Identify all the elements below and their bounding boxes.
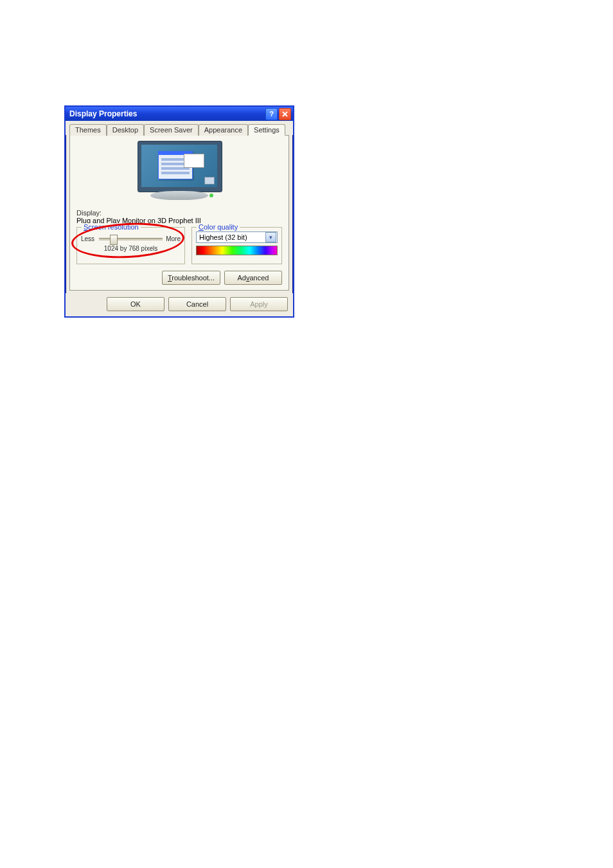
color-quality-legend: Color quality [197,223,240,231]
display-properties-dialog: Display Properties ? Themes Desktop Scre… [64,105,294,318]
tabs: Themes Desktop Screen Saver Appearance S… [66,121,293,135]
tab-themes[interactable]: Themes [69,124,107,136]
color-quality-value: Highest (32 bit) [199,233,265,241]
settings-panel: Display: Plug and Play Monitor on 3D Pro… [69,135,289,291]
slider-less-label: Less [81,235,96,242]
slider-thumb[interactable] [110,235,118,245]
tab-screensaver[interactable]: Screen Saver [144,124,199,136]
ok-button[interactable]: OK [107,297,164,311]
tab-settings[interactable]: Settings [248,124,285,136]
help-button[interactable]: ? [265,108,278,120]
resolution-value: 1024 by 768 pixels [81,245,181,252]
monitor-icon [131,141,227,205]
close-icon [282,111,288,117]
screen-resolution-legend: Screen resolution [82,223,141,231]
resolution-slider[interactable] [99,234,163,243]
titlebar-title: Display Properties [69,109,137,118]
slider-more-label: More [165,235,181,242]
close-button[interactable] [279,108,291,120]
chevron-down-icon: ▾ [265,232,276,242]
color-quality-group: Color quality Highest (32 bit) ▾ [191,227,282,264]
troubleshoot-button[interactable]: Troubleshoot... [162,271,220,285]
color-quality-select[interactable]: Highest (32 bit) ▾ [196,231,278,243]
tab-appearance[interactable]: Appearance [199,124,248,136]
cancel-button[interactable]: Cancel [168,297,226,311]
dialog-footer: OK Cancel Apply [66,293,293,316]
screen-resolution-group: Screen resolution Less More 1024 by 768 … [76,227,185,264]
monitor-preview [76,141,282,205]
apply-button[interactable]: Apply [230,297,288,311]
color-spectrum [196,246,278,255]
advanced-button[interactable]: Advanced [224,271,282,285]
display-label: Display: [76,209,282,217]
titlebar: Display Properties ? [66,107,293,121]
tab-desktop[interactable]: Desktop [107,124,144,136]
